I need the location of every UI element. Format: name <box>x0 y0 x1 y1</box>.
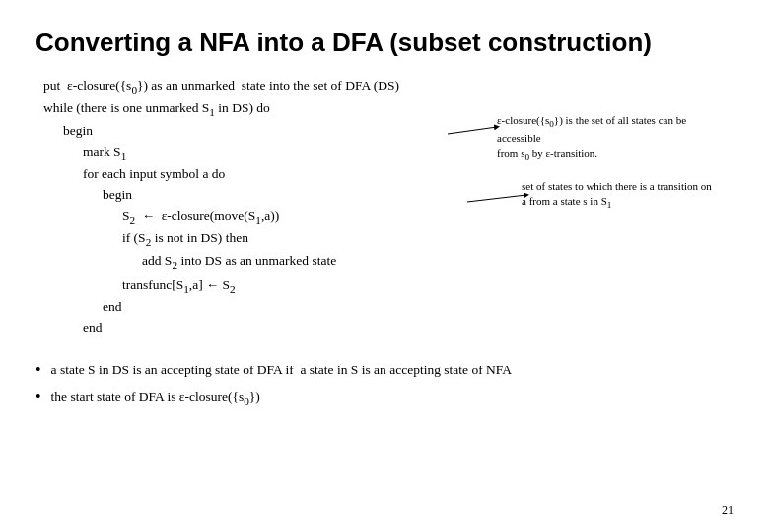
arrow-epsilon-icon <box>448 119 507 149</box>
bullet-text-1: a state S in DS is an accepting state of… <box>51 360 512 382</box>
svg-line-1 <box>448 127 497 134</box>
bullet-item-1: • a state S in DS is an accepting state … <box>35 360 734 382</box>
tooltip-set-line1: set of states to which there is a transi… <box>522 180 712 192</box>
page: Converting a NFA into a DFA (subset cons… <box>0 0 769 532</box>
svg-line-3 <box>467 195 526 202</box>
tooltip-set: set of states to which there is a transi… <box>522 179 714 212</box>
bullet-text-2: the start state of DFA is ε-closure({s0}… <box>51 386 260 411</box>
alg-line-12: end <box>83 318 734 339</box>
page-number: 21 <box>722 503 734 518</box>
bullet-item-2: • the start state of DFA is ε-closure({s… <box>35 386 734 411</box>
bullet-dot-1: • <box>35 360 41 381</box>
alg-line-11: end <box>103 298 734 318</box>
arrow-set-icon <box>467 187 536 217</box>
alg-line-9: add S2 into DS as an unmarked state <box>142 251 734 274</box>
bullets-section: • a state S in DS is an accepting state … <box>35 360 734 411</box>
tooltip-epsilon-line2: from s0 by ε-transition. <box>497 147 597 159</box>
page-title: Converting a NFA into a DFA (subset cons… <box>35 28 734 58</box>
alg-line-1: put ε-closure({s0}) as an unmarked state… <box>43 76 734 99</box>
tooltip-epsilon: ε-closure({s0}) is the set of all states… <box>497 113 704 164</box>
tooltip-epsilon-line1: ε-closure({s0}) is the set of all states… <box>497 114 686 144</box>
alg-line-10: transfunc[S1,a] ← S2 <box>122 275 734 298</box>
algorithm-block: put ε-closure({s0}) as an unmarked state… <box>43 76 734 338</box>
alg-line-8: if (S2 is not in DS) then <box>122 229 734 251</box>
bullet-dot-2: • <box>35 386 41 408</box>
